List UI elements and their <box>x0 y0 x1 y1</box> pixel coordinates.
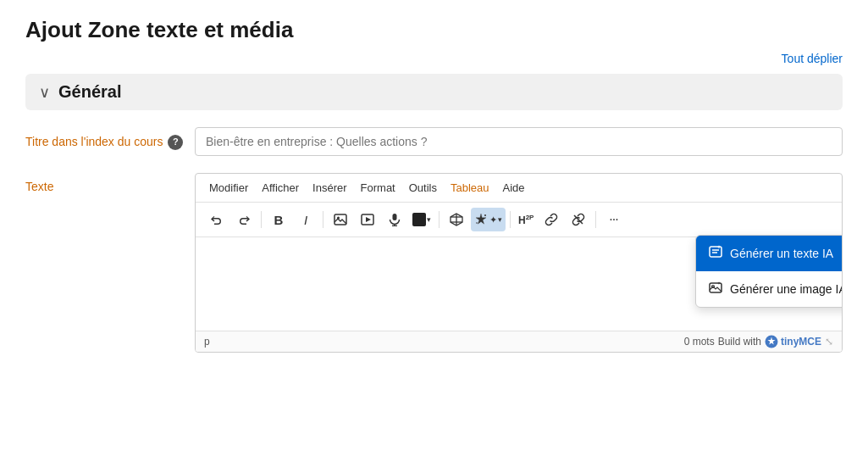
ai-generate-text-item[interactable]: Générer un texte IA <box>696 236 843 271</box>
more-icon: ··· <box>609 212 617 227</box>
more-button[interactable]: ··· <box>600 208 626 231</box>
italic-button[interactable]: I <box>293 208 318 231</box>
bold-icon: B <box>274 213 284 227</box>
tinymce-label: tinyMCE <box>781 336 821 348</box>
editor-tag: p <box>204 336 210 348</box>
resize-icon[interactable]: ⤡ <box>825 336 833 348</box>
chevron-down-icon: ∨ <box>39 83 50 102</box>
editor-menubar: Modifier Afficher Insérer Format Outils … <box>196 174 842 203</box>
sparkle-label: ✦ <box>474 213 497 226</box>
separator-4 <box>510 211 511 228</box>
texte-label: Texte <box>25 173 195 193</box>
ai-dropdown-arrow: ▾ <box>498 215 502 224</box>
editor-toolbar: B I <box>196 203 842 237</box>
editor-wrapper: Modifier Afficher Insérer Format Outils … <box>195 173 843 353</box>
heading-button[interactable]: H2P <box>515 208 537 231</box>
bold-button[interactable]: B <box>266 208 291 231</box>
sparkle-icon <box>474 213 488 226</box>
separator-3 <box>439 211 440 228</box>
page-title: Ajout Zone texte et média <box>25 17 843 43</box>
svg-point-11 <box>484 214 486 216</box>
svg-marker-3 <box>366 217 371 222</box>
menu-format[interactable]: Format <box>356 179 401 197</box>
titre-input[interactable] <box>195 127 843 156</box>
video-embed-button[interactable]: ▾ <box>409 208 434 231</box>
word-count: 0 mots <box>684 336 715 348</box>
editor-footer: p 0 mots Build with tinyMCE ⤡ <box>196 331 842 352</box>
section-header-general[interactable]: ∨ Général <box>25 74 843 110</box>
media-button[interactable] <box>355 208 380 231</box>
page-wrapper: Ajout Zone texte et média Tout déplier ∨… <box>0 0 868 387</box>
texte-form-row: Texte Modifier Afficher Insérer Format O… <box>25 173 843 353</box>
3d-button[interactable] <box>444 208 469 231</box>
video-square-icon <box>412 213 426 226</box>
menu-modifier[interactable]: Modifier <box>204 179 253 197</box>
ai-image-icon <box>708 280 723 298</box>
tout-deplier-link[interactable]: Tout déplier <box>782 52 843 65</box>
menu-inserer[interactable]: Insérer <box>307 179 351 197</box>
svg-point-12 <box>476 222 478 224</box>
video-dropdown-arrow: ▾ <box>427 215 431 224</box>
heading-icon: H2P <box>518 214 534 226</box>
help-icon[interactable]: ? <box>168 135 183 150</box>
footer-right: 0 mots Build with tinyMCE ⤡ <box>684 335 833 348</box>
italic-icon: I <box>304 213 307 227</box>
image-button[interactable] <box>328 208 353 231</box>
titre-label-text: Titre dans l'index du cours <box>25 134 163 151</box>
tout-deplier-wrapper: Tout déplier <box>25 52 843 65</box>
svg-rect-14 <box>710 247 721 257</box>
svg-rect-4 <box>393 214 397 220</box>
tinymce-icon <box>765 335 778 348</box>
redo-button[interactable] <box>231 208 257 231</box>
link-button[interactable] <box>539 208 564 231</box>
menu-tableau[interactable]: Tableau <box>445 179 495 197</box>
menu-afficher[interactable]: Afficher <box>257 179 304 197</box>
undo-button[interactable] <box>204 208 229 231</box>
ai-generate-image-item[interactable]: Générer une image IA <box>696 271 843 307</box>
separator-2 <box>323 211 323 228</box>
ai-dropdown-menu: Générer un texte IA Générer une image IA <box>695 235 843 308</box>
separator-5 <box>595 211 596 228</box>
menu-aide[interactable]: Aide <box>498 179 530 197</box>
separator-1 <box>261 211 262 228</box>
svg-line-13 <box>574 215 583 224</box>
section-title: Général <box>58 82 121 102</box>
build-with-text: Build with <box>718 336 761 348</box>
ai-image-label: Générer une image IA <box>730 282 843 296</box>
titre-form-row: Titre dans l'index du cours ? <box>25 127 843 156</box>
unlink-button[interactable] <box>566 208 591 231</box>
tinymce-logo[interactable]: tinyMCE <box>765 335 821 348</box>
titre-label: Titre dans l'index du cours ? <box>25 127 195 151</box>
menu-outils[interactable]: Outils <box>404 179 442 197</box>
ai-text-icon <box>708 244 723 263</box>
ai-sparkle-button[interactable]: ✦ ▾ <box>471 208 506 231</box>
microphone-button[interactable] <box>382 208 407 231</box>
ai-text-label: Générer un texte IA <box>730 247 833 260</box>
